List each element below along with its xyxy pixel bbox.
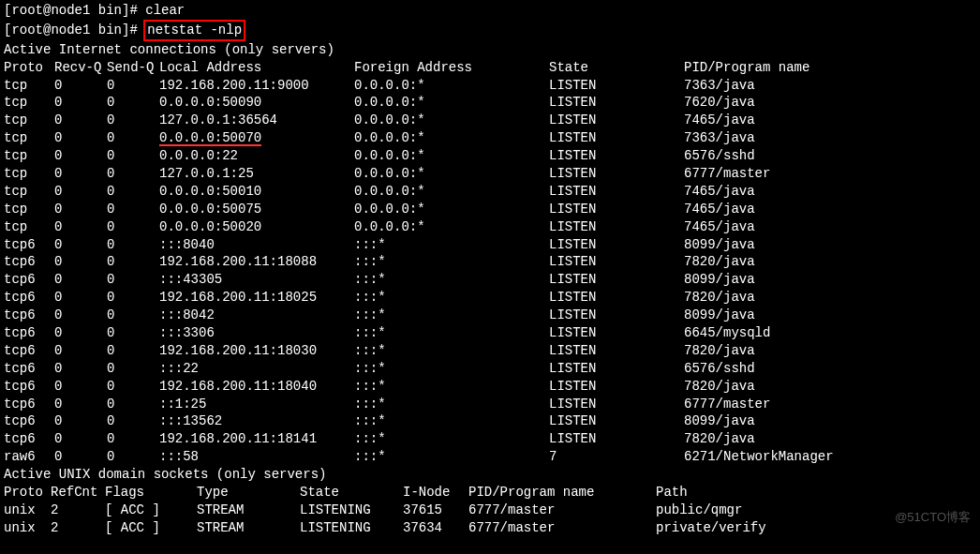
cell-proto: tcp6: [4, 271, 54, 289]
table-row: tcp600::1:25:::*LISTEN6777/master: [4, 396, 976, 413]
col-header-pid: PID/Program name: [684, 59, 809, 77]
cell-path: private/verify: [656, 519, 766, 537]
table-row: tcp600:::13562:::*LISTEN8099/java: [4, 412, 976, 430]
cell-state: LISTEN: [549, 201, 684, 218]
cell-sendq: 0: [107, 289, 159, 307]
cell-pid-program: 7820/java: [684, 253, 755, 271]
cell-state: LISTEN: [549, 94, 684, 112]
cell-sendq: 0: [107, 324, 159, 342]
terminal-output[interactable]: [root@node1 bin]# clear [root@node1 bin]…: [4, 2, 976, 537]
cell-foreign-address: :::*: [354, 236, 549, 254]
cell-pid-program: 7363/java: [684, 77, 755, 95]
unix-rows-container: unix2[ ACC ]STREAMLISTENING376156777/mas…: [4, 502, 976, 537]
col-header-pid2: PID/Program name: [468, 484, 656, 502]
cell-recvq: 0: [54, 342, 107, 360]
cell-local-address: 192.168.200.11:18141: [159, 430, 354, 448]
section-header-internet: Active Internet connections (only server…: [4, 41, 976, 59]
column-headers-internet: ProtoRecv-QSend-QLocal AddressForeign Ad…: [4, 59, 976, 77]
cell-local-address: 192.168.200.11:18088: [159, 253, 354, 271]
cell-foreign-address: 0.0.0.0:*: [354, 218, 549, 236]
cell-recvq: 0: [54, 307, 107, 324]
table-row: tcp600192.168.200.11:18040:::*LISTEN7820…: [4, 378, 976, 396]
cell-recvq: 0: [54, 378, 107, 396]
cell-proto: tcp: [4, 129, 54, 147]
table-row: raw600:::58:::*76271/NetworkManager: [4, 448, 976, 466]
cell-pid-program: 6271/NetworkManager: [684, 448, 834, 466]
cell-state: LISTEN: [549, 271, 684, 289]
col-header-sendq: Send-Q: [107, 59, 159, 77]
cell-recvq: 0: [54, 94, 107, 112]
cell-local-address: 192.168.200.11:18025: [159, 289, 354, 307]
table-row: tcp000.0.0.0:220.0.0.0:*LISTEN6576/sshd: [4, 147, 976, 165]
cell-pid-program: 7820/java: [684, 289, 755, 307]
col-header-proto: Proto: [4, 59, 54, 77]
col-header-local: Local Address: [159, 59, 354, 77]
col-header-state2: State: [300, 484, 403, 502]
cell-pid-program: 7465/java: [684, 183, 755, 201]
cell-state: LISTENING: [300, 502, 403, 519]
cell-foreign-address: :::*: [354, 448, 549, 466]
cell-sendq: 0: [107, 448, 159, 466]
cell-state: LISTEN: [549, 147, 684, 165]
cell-sendq: 0: [107, 112, 159, 129]
command-line: [root@node1 bin]# netstat -nlp: [4, 20, 976, 41]
cell-recvq: 0: [54, 112, 107, 129]
table-row: tcp00127.0.0.1:250.0.0.0:*LISTEN6777/mas…: [4, 165, 976, 183]
cell-pid-program: 7620/java: [684, 94, 755, 112]
col-header-recvq: Recv-Q: [54, 59, 107, 77]
command-highlight: netstat -nlp: [143, 20, 245, 41]
cell-state: LISTEN: [549, 289, 684, 307]
cell-pid-program: 7820/java: [684, 342, 755, 360]
cell-sendq: 0: [107, 94, 159, 112]
cell-sendq: 0: [107, 360, 159, 378]
cell-recvq: 0: [54, 201, 107, 218]
cell-foreign-address: :::*: [354, 324, 549, 342]
table-row: tcp000.0.0.0:500200.0.0.0:*LISTEN7465/ja…: [4, 218, 976, 236]
cell-state: LISTEN: [549, 307, 684, 324]
col-header-refcnt: RefCnt: [51, 484, 105, 502]
cell-sendq: 0: [107, 378, 159, 396]
table-row: tcp600:::43305:::*LISTEN8099/java: [4, 271, 976, 289]
cell-foreign-address: 0.0.0.0:*: [354, 183, 549, 201]
cell-pid-program: 6576/sshd: [684, 360, 755, 378]
col-header-proto2: Proto: [4, 484, 51, 502]
cell-recvq: 0: [54, 253, 107, 271]
cell-local-address: :::8042: [159, 307, 354, 324]
cell-pid-program: 6777/master: [684, 396, 770, 413]
cell-sendq: 0: [107, 147, 159, 165]
cell-foreign-address: 0.0.0.0:*: [354, 112, 549, 129]
cell-pid-program: 8099/java: [684, 271, 755, 289]
cell-local-address: 127.0.0.1:25: [159, 165, 354, 183]
col-header-inode: I-Node: [403, 484, 468, 502]
cell-foreign-address: :::*: [354, 253, 549, 271]
cell-sendq: 0: [107, 218, 159, 236]
shell-prompt: [root@node1 bin]#: [4, 22, 145, 37]
cell-recvq: 0: [54, 129, 107, 147]
cell-pid-program: 6777/master: [468, 519, 656, 537]
previous-command-line: [root@node1 bin]# clear: [4, 2, 976, 20]
cell-pid-program: 6777/master: [468, 502, 656, 519]
cell-recvq: 0: [54, 271, 107, 289]
cell-proto: raw6: [4, 448, 54, 466]
cell-inode: 37615: [403, 502, 468, 519]
cell-proto: tcp: [4, 147, 54, 165]
cell-foreign-address: :::*: [354, 271, 549, 289]
cell-state: LISTEN: [549, 342, 684, 360]
cell-proto: unix: [4, 502, 51, 519]
cell-sendq: 0: [107, 396, 159, 413]
netstat-rows-container: tcp00192.168.200.11:90000.0.0.0:*LISTEN7…: [4, 77, 976, 467]
cell-recvq: 0: [54, 396, 107, 413]
cell-recvq: 0: [54, 218, 107, 236]
cell-sendq: 0: [107, 165, 159, 183]
cell-sendq: 0: [107, 201, 159, 218]
cell-proto: tcp6: [4, 378, 54, 396]
cell-local-address: 0.0.0.0:50010: [159, 183, 354, 201]
cell-proto: tcp6: [4, 324, 54, 342]
cell-type: STREAM: [197, 519, 300, 537]
watermark: @51CTO博客: [895, 509, 971, 526]
cell-local-address: 0.0.0.0:50070: [159, 129, 354, 147]
cell-proto: tcp: [4, 112, 54, 129]
table-row: tcp600192.168.200.11:18088:::*LISTEN7820…: [4, 253, 976, 271]
cell-state: LISTEN: [549, 112, 684, 129]
cell-recvq: 0: [54, 183, 107, 201]
